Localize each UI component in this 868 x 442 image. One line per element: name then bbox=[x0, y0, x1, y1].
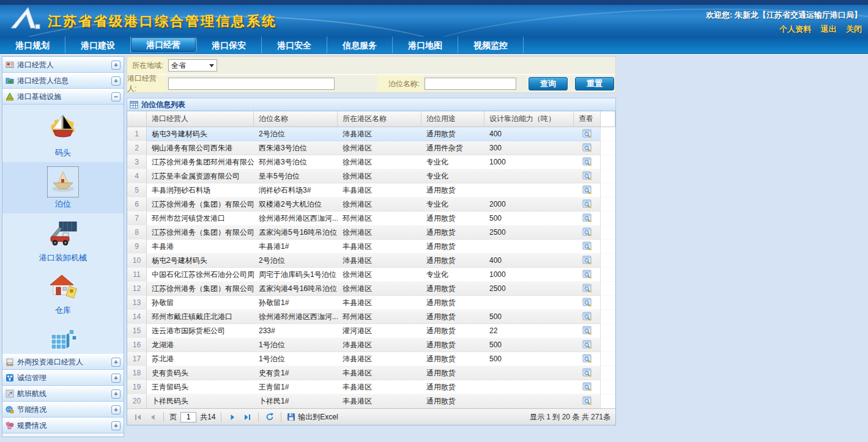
sidebar-item-fees[interactable]: 规费情况 + bbox=[2, 418, 124, 433]
row-gutter bbox=[601, 352, 615, 366]
table-row[interactable]: 18史有贵码头史有贵1#丰县港区通用散货 bbox=[127, 366, 615, 380]
view-button[interactable] bbox=[574, 212, 601, 226]
view-button[interactable] bbox=[574, 197, 601, 212]
facility-item-stackyard[interactable]: 堆场 bbox=[2, 320, 124, 354]
facility-item-warehouse[interactable]: 仓库 bbox=[2, 267, 124, 320]
table-row[interactable]: 5丰县润翔砂石料场润祥砂石料场3#丰县港区通用散货 bbox=[127, 183, 615, 197]
page-number-input[interactable] bbox=[180, 412, 196, 422]
tab-info-service[interactable]: 信息服务 bbox=[327, 37, 393, 53]
first-page-button[interactable] bbox=[132, 411, 143, 422]
view-button[interactable] bbox=[574, 254, 601, 268]
col-operator[interactable]: 港口经营人 bbox=[147, 111, 254, 127]
facility-item-wharf[interactable]: 码头 bbox=[2, 107, 124, 162]
table-row[interactable]: 16龙湖港1号泊位沛县港区通用散货500 bbox=[127, 338, 615, 352]
sidebar-item-flight-routes[interactable]: 航班航线 + bbox=[2, 386, 124, 402]
export-excel-button[interactable]: 输出到Excel bbox=[287, 412, 338, 422]
tab-video-monitor[interactable]: 视频监控 bbox=[458, 37, 524, 53]
view-button[interactable] bbox=[574, 141, 601, 155]
table-row[interactable]: 4江苏呈丰金属资源有限公司呈丰5号泊位徐州港区专业化 bbox=[127, 169, 615, 183]
profile-link[interactable]: 个人资料 bbox=[779, 24, 811, 34]
reset-button[interactable]: 重置 bbox=[575, 77, 614, 90]
view-button[interactable] bbox=[574, 226, 601, 240]
view-button[interactable] bbox=[574, 240, 601, 254]
cell-berth-usage: 通用散货 bbox=[421, 212, 484, 226]
facility-item-berth[interactable]: 泊位 bbox=[2, 162, 124, 213]
region-select[interactable]: 全省 bbox=[168, 59, 217, 72]
col-berth-name[interactable]: 泊位名称 bbox=[254, 111, 338, 127]
prev-page-button[interactable] bbox=[147, 411, 158, 422]
close-link[interactable]: 关闭 bbox=[846, 24, 862, 34]
filter-row-search: 港口经营人: 泊位名称: 查询 重置 bbox=[127, 74, 615, 92]
view-button[interactable] bbox=[574, 324, 601, 338]
view-button[interactable] bbox=[574, 169, 601, 183]
expand-plus-icon[interactable]: + bbox=[111, 358, 121, 367]
table-row[interactable]: 19王青留码头王青留1#丰县港区通用散货 bbox=[127, 380, 615, 394]
view-button[interactable] bbox=[574, 338, 601, 352]
sidebar-item-credit-management[interactable]: 诚信管理 + bbox=[2, 370, 124, 386]
next-page-button[interactable] bbox=[227, 411, 238, 422]
expand-plus-icon[interactable]: + bbox=[111, 421, 121, 430]
sidebar-item-port-operators[interactable]: 港口经营人 + bbox=[2, 57, 124, 73]
table-row[interactable]: 9丰县港丰县港1#丰县港区通用散货 bbox=[127, 240, 615, 254]
col-capacity[interactable]: 设计靠泊能力（吨） bbox=[484, 111, 574, 127]
view-button[interactable] bbox=[574, 155, 601, 169]
logout-link[interactable]: 退出 bbox=[821, 24, 837, 34]
refresh-button[interactable] bbox=[264, 411, 275, 422]
sidebar-item-port-infrastructure[interactable]: 港口基础设施 − bbox=[2, 89, 124, 105]
table-row[interactable]: 6江苏徐州港务（集团）有限公司双楼港2号大机泊位徐州港区专业化2000 bbox=[127, 197, 615, 212]
expand-plus-icon[interactable]: + bbox=[111, 61, 121, 70]
table-row[interactable]: 12江苏徐州港务（集团）有限公司孟家沟港4号16吨吊泊位徐州港区通用散货2500 bbox=[127, 282, 615, 296]
berth-name-input[interactable] bbox=[425, 78, 516, 90]
sidebar-item-energy-saving[interactable]: 节能情况 + bbox=[2, 402, 124, 418]
tab-port-operation[interactable]: 港口经营 bbox=[131, 37, 196, 52]
last-page-button[interactable] bbox=[242, 411, 253, 422]
sidebar-item-operator-info[interactable]: 港口经营人信息 + bbox=[2, 73, 124, 89]
expand-plus-icon[interactable]: + bbox=[111, 76, 121, 86]
sidebar-item-foreign-operators[interactable]: 外商投资港口经营人 + bbox=[2, 354, 124, 370]
tab-port-construction[interactable]: 港口建设 bbox=[65, 37, 131, 53]
table-row[interactable]: 20卜祥民码头卜祥民1#丰县港区通用散货 bbox=[127, 394, 615, 408]
table-row[interactable]: 1杨屯3号建材码头2号泊位沛县港区通用散货400 bbox=[127, 127, 615, 141]
table-row[interactable]: 3江苏徐州港务集团邳州港有限公司邳州港3号泊位徐州港区专业化1000 bbox=[127, 155, 615, 169]
view-button[interactable] bbox=[574, 310, 601, 324]
view-button[interactable] bbox=[574, 366, 601, 380]
top-border-strip bbox=[0, 0, 868, 5]
operator-input[interactable] bbox=[168, 78, 335, 90]
search-button[interactable]: 查询 bbox=[529, 77, 568, 90]
expand-plus-icon[interactable]: + bbox=[111, 405, 121, 414]
table-grid-icon bbox=[130, 101, 138, 109]
view-button[interactable] bbox=[574, 268, 601, 282]
table-row[interactable]: 7邳州市岔河镇贷发港口徐州港邳州港区西泇河...邳州港区通用散货500 bbox=[127, 212, 615, 226]
collapse-minus-icon[interactable]: − bbox=[111, 92, 121, 101]
view-button[interactable] bbox=[574, 282, 601, 296]
table-row[interactable]: 13孙敬留孙敬留1#丰县港区通用散货 bbox=[127, 296, 615, 310]
table-row[interactable]: 17苏北港1号泊位沛县港区通用散货500 bbox=[127, 352, 615, 366]
cell-row-number: 17 bbox=[127, 352, 147, 366]
view-icon bbox=[582, 157, 592, 166]
view-button[interactable] bbox=[574, 394, 601, 408]
cell-row-number: 19 bbox=[127, 380, 147, 394]
table-row[interactable]: 10杨屯2号建材码头2号泊位沛县港区通用散货400 bbox=[127, 254, 615, 268]
tab-port-map[interactable]: 港口地图 bbox=[393, 37, 458, 53]
col-port-area[interactable]: 所在港区名称 bbox=[338, 111, 421, 127]
cell-operator: 邳州市岔河镇贷发港口 bbox=[147, 212, 254, 226]
table-row[interactable]: 15连云港市国际货柜公司233#灌河港区通用散货22 bbox=[127, 324, 615, 338]
view-button[interactable] bbox=[574, 127, 601, 141]
tab-port-planning[interactable]: 港口规划 bbox=[0, 37, 65, 53]
tab-port-safety[interactable]: 港口安全 bbox=[262, 37, 327, 53]
table-row[interactable]: 14邳州市戴庄镇戴庄北港口徐州港邳州港区西泇河...邳州港区通用散货500 bbox=[127, 310, 615, 324]
berth-list-panel-header: 泊位信息列表 bbox=[127, 98, 616, 111]
table-row[interactable]: 11中国石化江苏徐州石油分公司周...周宅于油库码头1号泊位徐州港区专业化100… bbox=[127, 268, 615, 282]
view-button[interactable] bbox=[574, 183, 601, 197]
view-button[interactable] bbox=[574, 380, 601, 394]
expand-plus-icon[interactable]: + bbox=[111, 374, 121, 383]
tab-port-security[interactable]: 港口保安 bbox=[196, 37, 262, 53]
expand-plus-icon[interactable]: + bbox=[111, 389, 121, 399]
table-row[interactable]: 8江苏徐州港务（集团）有限公司孟家沟港5号16吨吊泊位徐州港区通用散货2500 bbox=[127, 226, 615, 240]
facility-item-machinery[interactable]: 港口装卸机械 bbox=[2, 213, 124, 267]
view-button[interactable] bbox=[574, 296, 601, 310]
col-berth-usage[interactable]: 泊位用途 bbox=[421, 111, 484, 127]
table-header-row: 港口经营人 泊位名称 所在港区名称 泊位用途 设计靠泊能力（吨） 查看 bbox=[127, 111, 615, 127]
table-row[interactable]: 2铜山港务有限公司西朱港西朱港3号泊位徐州港区通用件杂货300 bbox=[127, 141, 615, 155]
view-button[interactable] bbox=[574, 352, 601, 366]
